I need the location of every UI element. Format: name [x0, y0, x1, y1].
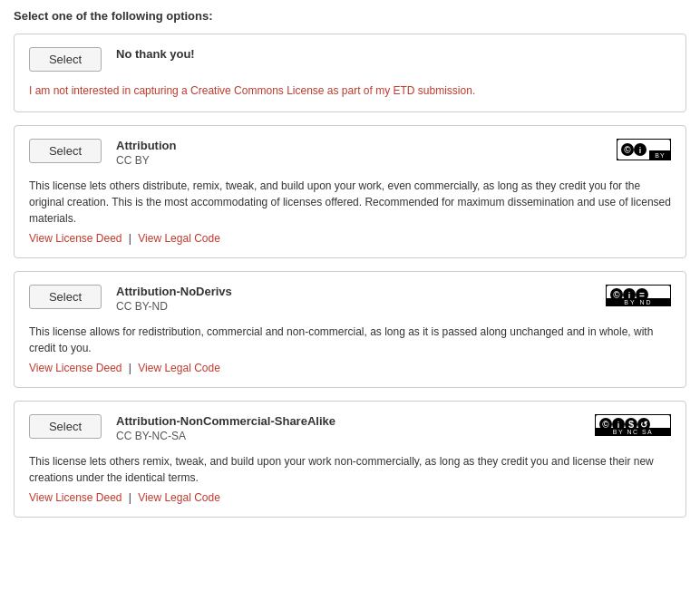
- option-title-block-attribution-noncommercial-sharealike: Attribution-NonCommercial-ShareAlike CC …: [116, 414, 595, 442]
- option-title-attribution-noncommercial-sharealike: Attribution-NonCommercial-ShareAlike: [116, 414, 595, 428]
- option-title-block-attribution: Attribution CC BY: [116, 139, 617, 167]
- link-0[interactable]: View License Deed: [29, 362, 122, 374]
- option-title-block-attribution-noderivs: Attribution-NoDerivs CC BY-ND: [116, 285, 606, 313]
- svg-text:BY: BY: [655, 152, 665, 159]
- select-button-attribution-noncommercial-sharealike[interactable]: Select: [29, 414, 102, 439]
- option-title-attribution: Attribution: [116, 139, 617, 152]
- option-left-attribution: Select Attribution CC BY: [29, 139, 617, 167]
- option-links-attribution-noderivs: View License Deed | View Legal Code: [29, 362, 671, 374]
- svg-text:©: ©: [624, 145, 631, 155]
- cc-badge: © i = BY ND: [606, 285, 671, 309]
- link-separator: |: [126, 232, 135, 245]
- page-instruction: Select one of the following options:: [14, 9, 686, 23]
- option-left-attribution-noderivs: Select Attribution-NoDerivs CC BY-ND: [29, 285, 606, 313]
- cc-badge: © i $ ↺ BY NC SA: [595, 414, 671, 439]
- option-description-attribution-noncommercial-sharealike: This license lets others remix, tweak, a…: [29, 453, 671, 486]
- link-1[interactable]: View Legal Code: [138, 362, 220, 374]
- option-subtitle-attribution-noncommercial-sharealike: CC BY-NC-SA: [116, 430, 595, 442]
- select-button-no-thanks[interactable]: Select: [29, 47, 102, 72]
- option-links-attribution-noncommercial-sharealike: View License Deed | View Legal Code: [29, 491, 671, 504]
- option-title-no-thanks: No thank you!: [116, 47, 671, 61]
- link-0[interactable]: View License Deed: [29, 232, 122, 245]
- link-1[interactable]: View Legal Code: [138, 232, 220, 245]
- select-button-attribution-noderivs[interactable]: Select: [29, 285, 102, 309]
- option-links-attribution: View License Deed | View Legal Code: [29, 232, 671, 245]
- option-card-attribution-noderivs: Select Attribution-NoDerivs CC BY-ND © i…: [14, 271, 686, 388]
- link-separator: |: [126, 491, 135, 504]
- option-card-no-thanks: Select No thank you! I am not interested…: [14, 34, 686, 112]
- option-card-attribution: Select Attribution CC BY © i BY BY This …: [14, 125, 686, 258]
- svg-text:i: i: [639, 146, 642, 155]
- option-left-attribution-noncommercial-sharealike: Select Attribution-NonCommercial-ShareAl…: [29, 414, 595, 442]
- option-header-attribution: Select Attribution CC BY © i BY BY: [29, 139, 671, 167]
- svg-text:BY NC SA: BY NC SA: [613, 429, 654, 435]
- select-button-attribution[interactable]: Select: [29, 139, 102, 163]
- option-card-attribution-noncommercial-sharealike: Select Attribution-NonCommercial-ShareAl…: [14, 401, 686, 518]
- option-header-attribution-noncommercial-sharealike: Select Attribution-NonCommercial-ShareAl…: [29, 414, 671, 442]
- link-0[interactable]: View License Deed: [29, 491, 122, 504]
- link-1[interactable]: View Legal Code: [138, 491, 220, 504]
- option-title-block-no-thanks: No thank you!: [116, 47, 671, 63]
- svg-text:BY ND: BY ND: [624, 299, 652, 305]
- cc-badge: © i BY BY: [617, 139, 671, 163]
- option-subtitle-attribution: CC BY: [116, 154, 617, 167]
- link-separator: |: [126, 362, 135, 374]
- option-header-attribution-noderivs: Select Attribution-NoDerivs CC BY-ND © i…: [29, 285, 671, 313]
- option-header-no-thanks: Select No thank you!: [29, 47, 671, 72]
- option-left-no-thanks: Select No thank you!: [29, 47, 671, 72]
- option-description-attribution: This license lets others distribute, rem…: [29, 178, 671, 227]
- option-title-attribution-noderivs: Attribution-NoDerivs: [116, 285, 606, 298]
- option-subtitle-attribution-noderivs: CC BY-ND: [116, 300, 606, 313]
- option-description-attribution-noderivs: This license allows for redistribution, …: [29, 324, 671, 356]
- option-description-no-thanks: I am not interested in capturing a Creat…: [29, 82, 671, 99]
